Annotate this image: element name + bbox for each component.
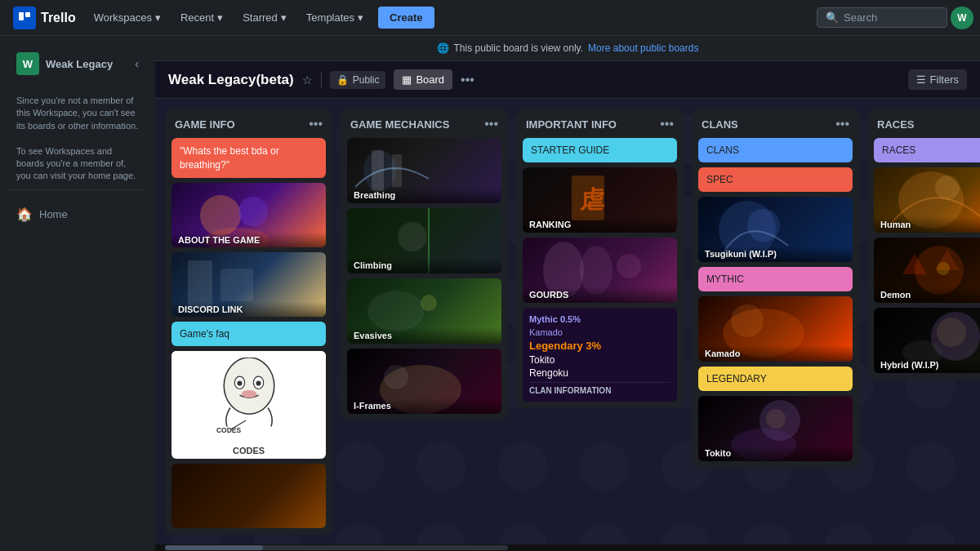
list-header-important-info: IMPORTANT INFO ••• [516,109,684,138]
scrollbar-thumb[interactable] [165,545,263,550]
svg-point-10 [237,380,242,385]
workspace-item[interactable]: W Weak Legacy ‹ [10,46,145,82]
search-input[interactable]: 🔍 Search [817,7,947,28]
svg-point-18 [398,222,427,251]
evasives-label: Evasives [347,327,501,344]
svg-point-3 [238,197,268,226]
create-button[interactable]: Create [378,7,434,29]
list-cards-game-mechanics: Breathing [341,138,508,420]
board-area: 🌐 This public board is view only. More a… [155,36,980,551]
clan-info-tokito: Tokito [529,354,670,366]
svg-text:虐: 虐 [579,186,605,213]
visibility-button[interactable]: 🔒 Public [330,71,386,89]
svg-point-34 [766,409,786,429]
list-title-clans: CLANS [702,118,738,131]
board-header: Weak Legacy(beta) ☆ 🔒 Public ▦ Board •••… [155,61,980,99]
card-tokito[interactable]: Tokito [698,396,853,461]
discord-link-label: DISCORD LINK [172,301,326,317]
card-starter-guide[interactable]: STARTER GUIDE [523,138,677,162]
clan-info-footer-label: CLAN INFORMATION [529,382,670,395]
card-hybrid[interactable]: Hybrid (W.I.P) [874,308,980,373]
star-icon[interactable]: ☆ [302,73,313,87]
sidebar: W Weak Legacy ‹ Since you're not a membe… [0,36,155,551]
home-icon: 🏠 [16,207,33,222]
card-demon[interactable]: Demon [874,238,980,303]
card-clan-information[interactable]: Mythic 0.5% Kamado Legendary 3% Tokito R… [523,308,677,402]
list-menu-icon-game-info[interactable]: ••• [309,117,323,131]
list-menu-icon-clans[interactable]: ••• [835,117,849,131]
card-extra-bottom[interactable] [172,464,326,528]
list-header-game-info: GAME INFO ••• [165,109,332,138]
list-menu-icon-game-mechanics[interactable]: ••• [484,117,498,131]
clan-info-legendary-header: Legendary 3% [529,340,670,352]
public-notice: 🌐 This public board is view only. More a… [155,36,980,61]
card-tsugikuni[interactable]: Tsugikuni (W.I.P) [698,197,853,262]
card-discord-link[interactable]: DISCORD LINK [172,252,326,317]
card-races-purple[interactable]: RACES [874,138,980,162]
card-evasives[interactable]: Evasives [347,278,501,344]
card-breathing[interactable]: Breathing [347,138,501,203]
svg-point-21 [421,295,437,311]
card-clans-blue[interactable]: CLANS [698,138,853,162]
card-legendary[interactable]: LEGENDARY [698,367,853,391]
sidebar-item-home[interactable]: 🏠 Home [10,200,145,229]
top-navigation: Trello Workspaces ▾ Recent ▾ Starred ▾ T… [0,0,980,36]
card-codes[interactable]: CODES CODES [172,351,326,459]
templates-menu[interactable]: Templates ▾ [298,7,372,29]
spec-text: SPEC [698,167,853,192]
clan-info-rengoku: Rengoku [529,367,670,379]
svg-rect-6 [220,269,253,301]
card-human[interactable]: Human [874,167,980,233]
clan-info-mythic-header: Mythic 0.5% [529,314,670,324]
trello-wordmark: Trello [41,11,76,25]
list-title-game-info: GAME INFO [175,118,235,131]
list-cards-important-info: STARTER GUIDE 虐 RANKING [516,138,684,408]
card-kamado[interactable]: Kamado [698,296,853,362]
svg-point-41 [937,318,966,347]
logo[interactable]: Trello [7,7,82,29]
user-avatar[interactable]: W [951,7,973,29]
list-game-mechanics: GAME MECHANICS ••• [341,109,508,420]
breathing-label: Breathing [347,187,501,203]
list-races: RACES ••• RACES [867,109,980,380]
board-tab[interactable]: ▦ Board [394,69,452,90]
card-ranking[interactable]: 虐 RANKING [523,167,677,233]
card-spec[interactable]: SPEC [698,167,853,192]
list-cards-clans: CLANS SPEC [692,138,859,468]
svg-rect-1 [25,12,30,17]
list-important-info: IMPORTANT INFO ••• STARTER GUIDE [516,109,684,408]
games-faq-text: Game's faq [172,322,326,346]
svg-rect-0 [19,12,24,20]
list-menu-icon-important-info[interactable]: ••• [660,117,674,131]
list-header-game-mechanics: GAME MECHANICS ••• [341,109,508,138]
card-mythic[interactable]: MYTHIC [698,267,853,291]
board-lists: GAME INFO ••• "Whats the best bda or bre… [155,99,980,544]
card-gourds[interactable]: GOURDS [523,238,677,303]
starred-menu[interactable]: Starred ▾ [234,7,295,29]
list-header-clans: CLANS ••• [692,109,859,138]
svg-point-11 [256,380,261,385]
horizontal-scrollbar[interactable] [155,544,980,551]
recent-menu[interactable]: Recent ▾ [172,7,231,29]
tsugikuni-label: Tsugikuni (W.I.P) [698,246,853,262]
list-header-races: RACES ••• [867,109,980,138]
human-label: Human [874,216,980,233]
more-options-icon[interactable]: ••• [461,73,474,87]
list-game-info: GAME INFO ••• "Whats the best bda or bre… [165,109,332,535]
card-bda-question[interactable]: "Whats the best bda or breathing?" [172,138,326,178]
starter-guide-text: STARTER GUIDE [523,138,677,162]
card-climbing[interactable]: Climbing [347,208,501,273]
workspaces-menu[interactable]: Workspaces ▾ [86,7,169,29]
list-cards-races: RACES Human [867,138,980,380]
card-iframes[interactable]: I-Frames [347,349,501,414]
svg-text:CODES: CODES [216,426,241,434]
sidebar-collapse-icon[interactable]: ‹ [135,57,139,70]
list-title-races: RACES [877,118,915,131]
filters-button[interactable]: ☰ Filters [908,69,967,90]
public-boards-link[interactable]: More about public boards [588,42,698,54]
list-title-game-mechanics: GAME MECHANICS [350,118,449,131]
races-purple-text: RACES [874,138,980,162]
card-about-the-game[interactable]: ABOUT THE GAME [172,183,326,247]
card-games-faq[interactable]: Game's faq [172,322,326,346]
svg-point-37 [935,176,960,200]
